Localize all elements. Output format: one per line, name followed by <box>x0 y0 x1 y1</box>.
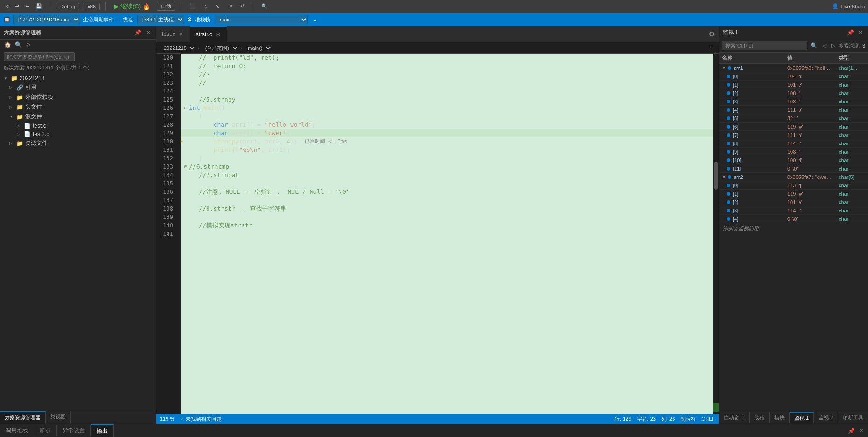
watch-row-arr1-10[interactable]: [10] 100 'd' char <box>719 156 868 164</box>
sidebar-header: 方案资源管理器 📌 ✕ <box>0 26 156 40</box>
tree-item-resource[interactable]: ▷ 📁 资源文件 <box>0 138 156 148</box>
output-pin-btn[interactable]: 📌 <box>847 427 856 435</box>
watch-row-arr1-11[interactable]: [11] 0 '\0' char <box>719 164 868 173</box>
watch-tab-diag[interactable]: 诊断工具 <box>838 412 868 423</box>
bottom-tab-output[interactable]: 输出 <box>91 424 114 437</box>
watch-row-arr1-7[interactable]: [7] 111 'o' char <box>719 131 868 139</box>
ln-133: 133 <box>156 163 177 171</box>
watch-row-arr2-0[interactable]: [0] 113 'q' char <box>719 181 868 190</box>
breakpoint-btn[interactable]: ⬛ <box>187 2 198 10</box>
watch-row-arr2[interactable]: ▼ arr2 0x0055fa7c "qwer" 🔍 char[5] <box>719 173 868 181</box>
tab-strstr[interactable]: strstr.c ✕ <box>190 26 227 42</box>
tab-strstr-close[interactable]: ✕ <box>215 32 221 38</box>
breadcrumb-scope-select[interactable]: (全局范围) <box>201 43 239 53</box>
watch-name-arr1-3: [3] <box>719 98 785 105</box>
sidebar-search-btn[interactable]: 🔍 <box>14 41 23 48</box>
watch-row-arr1-9[interactable]: [9] 108 'l' char <box>719 148 868 156</box>
watch-row-arr1[interactable]: ▼ arr1 0x0055fa8c "hello ..." 🔍 char[1..… <box>719 64 868 72</box>
save-btn[interactable]: 💾 <box>33 2 44 10</box>
thread-select[interactable]: [7832] 主线程 <box>137 15 184 24</box>
zoom-status[interactable]: 119 % <box>160 416 174 422</box>
bottom-tab-callstack[interactable]: 调用堆栈 <box>0 425 34 437</box>
dot-arr1-0 <box>727 75 730 78</box>
tab-status[interactable]: 制表符 <box>681 416 696 423</box>
tree-item-testc[interactable]: ▷ 📄 test.c <box>0 122 156 130</box>
step-over-btn[interactable]: ⤵ <box>202 3 209 10</box>
watch-row-arr1-5[interactable]: [5] 32 ' ' char <box>719 114 868 123</box>
undo-btn[interactable]: ↩ <box>13 2 21 10</box>
watch-row-arr1-8[interactable]: [8] 114 'r' char <box>719 139 868 148</box>
tree-item-ref[interactable]: ▷ 🔗 引用 <box>0 82 156 92</box>
watch-row-arr2-4[interactable]: [4] 0 '\0' char <box>719 215 868 223</box>
watch-row-arr1-2[interactable]: [2] 108 'l' char <box>719 89 868 97</box>
watch-row-arr1-0[interactable]: [0] 104 'h' char <box>719 72 868 81</box>
breadcrumb-add-btn[interactable]: + <box>707 44 715 52</box>
restart-btn[interactable]: ↺ <box>238 2 247 10</box>
output-close-btn[interactable]: ✕ <box>858 427 865 435</box>
tree-item-20221218[interactable]: ▼ 📁 20221218 <box>0 74 156 82</box>
watch-pin-btn[interactable]: 📌 <box>846 29 855 36</box>
expand-arr1[interactable]: ▼ <box>722 66 727 70</box>
tree-item-test2c[interactable]: ▷ 📄 test2.c <box>0 130 156 138</box>
editor-scrollbar[interactable] <box>713 54 719 414</box>
watch-row-arr1-6[interactable]: [6] 119 'w' char <box>719 123 868 131</box>
watch-nav-back[interactable]: ◁ <box>821 42 828 49</box>
col-status[interactable]: 列: 26 <box>661 416 675 423</box>
watch-row-arr1-4[interactable]: [4] 111 'o' char <box>719 106 868 114</box>
char-status[interactable]: 字符: 23 <box>637 416 656 423</box>
tab-testc-close[interactable]: ✕ <box>178 31 184 37</box>
watch-close-btn[interactable]: ✕ <box>857 29 864 36</box>
sidebar-home-btn[interactable]: 🏠 <box>3 41 13 48</box>
back-btn[interactable]: ◁ <box>3 2 11 10</box>
search-toolbar-btn[interactable]: 🔍 <box>259 2 270 10</box>
main-layout: 方案资源管理器 📌 ✕ 🏠 🔍 ⚙ 解决方案'20221218'(1 个项目/共… <box>0 26 868 424</box>
step-in-btn[interactable]: ↘ <box>213 2 222 10</box>
watch-add-item[interactable]: 添加要监视的项 <box>719 223 868 234</box>
redo-btn[interactable]: ↪ <box>23 2 32 10</box>
filter-icon[interactable]: ⚙ <box>187 16 192 23</box>
live-share-btn[interactable]: 👤 Live Share <box>832 3 865 9</box>
watch-tab-watch1[interactable]: 监视 1 <box>790 412 814 423</box>
sidebar-pin-btn[interactable]: 📌 <box>133 29 143 36</box>
code-content[interactable]: // printf("%d", ret); // return 0; //} /… <box>181 54 713 414</box>
expand-arr2[interactable]: ▼ <box>722 175 727 179</box>
sidebar-tab-solution[interactable]: 方案资源管理器 <box>0 411 46 424</box>
editor-settings-btn[interactable]: ⚙ <box>705 30 719 38</box>
tree-label-external: 外部依赖项 <box>25 93 53 101</box>
process-select[interactable]: [17172] 20221218.exe <box>13 15 80 24</box>
tree-item-external[interactable]: ▷ 📁 外部依赖项 <box>0 92 156 102</box>
tree-item-header[interactable]: ▷ 📁 头文件 <box>0 102 156 112</box>
line-status[interactable]: 行: 129 <box>615 416 631 423</box>
sidebar-close-btn[interactable]: ✕ <box>145 29 152 36</box>
sidebar-settings-btn[interactable]: ⚙ <box>24 41 32 48</box>
bottom-tab-breakpoints[interactable]: 断点 <box>34 425 57 437</box>
sidebar-tab-classview[interactable]: 类视图 <box>46 411 71 424</box>
watch-row-arr1-1[interactable]: [1] 101 'e' char <box>719 81 868 89</box>
breadcrumb-file-select[interactable]: 20221218 <box>160 43 196 53</box>
stack-select[interactable]: main <box>215 15 308 24</box>
problem-status[interactable]: ✓ 未找到相关问题 <box>180 416 222 423</box>
tree-item-source[interactable]: ▼ 📁 源文件 <box>0 112 156 122</box>
line-numbers: 120 121 122 123 124 125 126 127 128 129 … <box>156 54 181 414</box>
watch-nav-fwd[interactable]: ▷ <box>830 42 837 49</box>
watch-search-btn[interactable]: 🔍 <box>809 42 819 49</box>
sidebar-bottom-tabs: 方案资源管理器 类视图 <box>0 411 156 424</box>
watch-row-arr2-2[interactable]: [2] 101 'e' char <box>719 198 868 206</box>
stack-expand-btn[interactable]: ⌄ <box>311 16 319 24</box>
breadcrumb-fn-select[interactable]: main() <box>244 43 272 53</box>
sep4 <box>253 2 253 11</box>
watch-row-arr2-1[interactable]: [1] 119 'w' char <box>719 190 868 198</box>
watch-row-arr1-3[interactable]: [3] 108 'l' char <box>719 97 868 106</box>
encoding-status[interactable]: CRLF <box>701 416 715 423</box>
watch-row-arr2-3[interactable]: [3] 114 'r' char <box>719 206 868 215</box>
bottom-tab-exceptions[interactable]: 异常设置 <box>57 425 91 437</box>
watch-search-input[interactable] <box>722 41 807 50</box>
watch-tab-auto[interactable]: 自动窗口 <box>719 412 750 423</box>
tab-testc[interactable]: test.c ✕ <box>156 26 190 42</box>
sidebar-search-input[interactable] <box>4 52 75 61</box>
step-out-btn[interactable]: ↗ <box>226 2 235 10</box>
watch-tab-watch2[interactable]: 监视 2 <box>814 412 838 423</box>
watch-tab-thread[interactable]: 线程 <box>750 412 770 423</box>
watch-tab-module[interactable]: 模块 <box>770 412 790 423</box>
continue-btn[interactable]: ▶ 继续(C) 🔥 <box>111 1 153 12</box>
